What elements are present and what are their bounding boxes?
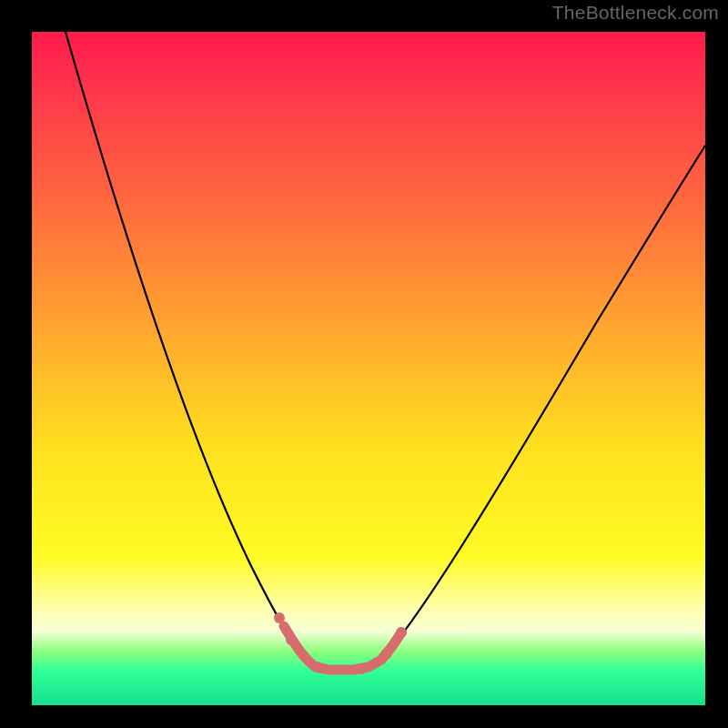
highlight-dot-bottom-right — [356, 663, 367, 674]
chart-canvas: TheBottleneck.com — [0, 0, 728, 728]
highlight-dot-bottom-left — [312, 662, 323, 672]
highlight-stroke — [284, 626, 401, 670]
highlight-dot-left-mid — [286, 634, 297, 645]
watermark: TheBottleneck.com — [552, 2, 719, 24]
curve-svg — [32, 32, 705, 705]
bottleneck-curve — [66, 32, 705, 670]
highlight-dot-right-mid — [381, 648, 392, 659]
highlight-dot-right-top — [396, 627, 407, 638]
highlight-dot-left-top — [274, 612, 285, 623]
